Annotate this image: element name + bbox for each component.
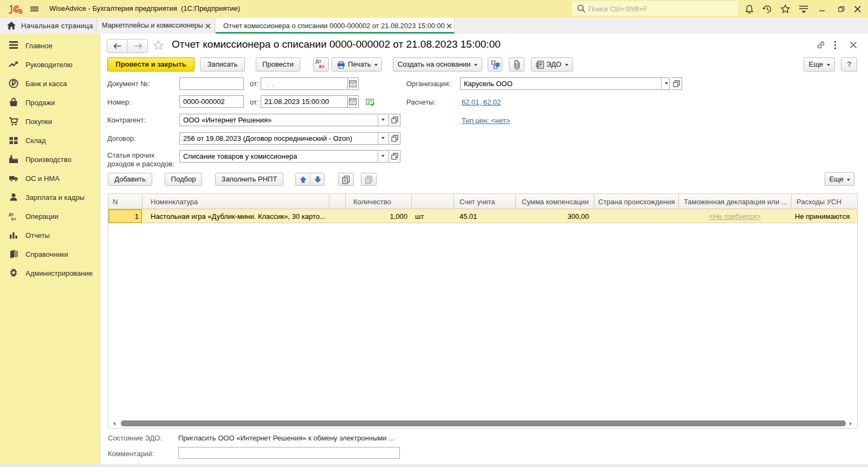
svg-text:Дт: Дт xyxy=(9,212,14,217)
svg-text:Кт: Кт xyxy=(11,217,16,222)
